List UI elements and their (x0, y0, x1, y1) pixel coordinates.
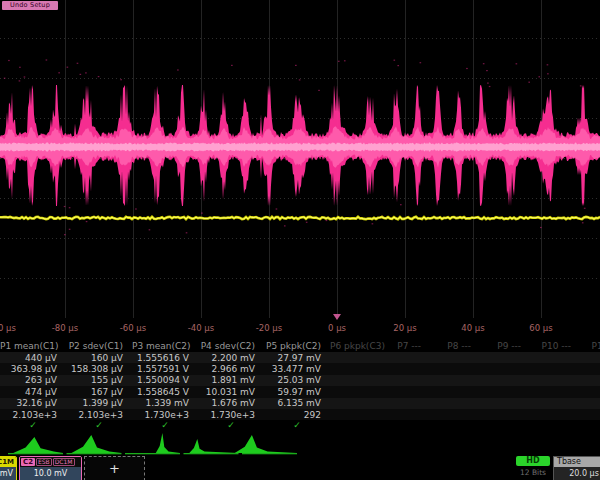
measure-cell: 160 µV (66, 353, 132, 363)
time-tick-label: 60 µs (529, 323, 552, 333)
measure-cell: 440 µV (0, 353, 66, 363)
measure-header-p4[interactable]: P4 sdev(C2) (198, 341, 264, 351)
hd-bits-label: 12 Bits (516, 468, 550, 477)
measure-cell: 32.16 µV (0, 398, 66, 408)
measure-row-max: 474 µV167 µV1.558645 V10.031 mV59.97 mV (0, 386, 600, 397)
trigger-position-marker[interactable] (333, 314, 341, 320)
time-tick-label: -40 µs (188, 323, 214, 333)
measure-cell: 1.730e+3 (132, 410, 198, 420)
measure-cell: 1.399 µV (66, 398, 132, 408)
measure-cell: 167 µV (66, 387, 132, 397)
hd-mode-indicator[interactable]: HD 12 Bits (516, 456, 550, 477)
time-tick-label: -80 µs (52, 323, 78, 333)
measure-row-mean: 363.98 µV158.308 µV1.557591 V2.966 mV33.… (0, 363, 600, 374)
measure-cell: 2.200 mV (198, 353, 264, 363)
time-tick-label: -20 µs (256, 323, 282, 333)
measure-cell: 1.676 mV (198, 398, 264, 408)
measurement-table: P1 mean(C1)P2 sdev(C1)P3 mean(C2)P4 sdev… (0, 340, 600, 430)
measure-header-p8[interactable]: P8 --- (430, 341, 480, 351)
measure-header-p1[interactable]: P1 mean(C1) (0, 341, 66, 351)
measure-header-p11[interactable]: P11 --- (580, 341, 600, 351)
status-ok-icon: ✓ (95, 420, 103, 430)
measure-cell: 1.557591 V (132, 364, 198, 374)
measure-cell: 1.339 mV (132, 398, 198, 408)
measure-header-p6[interactable]: P6 pkpk(C3) (330, 341, 380, 351)
time-tick-label: 40 µs (461, 323, 484, 333)
status-ok-icon: ✓ (293, 420, 301, 430)
channel-c1-descriptor[interactable]: C1 DC1M 20.0 mV (0, 456, 17, 480)
measure-row-sdev: 32.16 µV1.399 µV1.339 mV1.676 mV6.135 mV (0, 398, 600, 409)
time-tick-label: 0 µs (328, 323, 346, 333)
measure-cell: 59.97 mV (264, 387, 330, 397)
time-tick-label: 20 µs (393, 323, 416, 333)
channel-c2-title: C2 ESB DC1M (20, 457, 81, 467)
channel-c2-descriptor[interactable]: C2 ESB DC1M 10.0 mV (19, 456, 82, 480)
measure-header-p5[interactable]: P5 pkpk(C2) (264, 341, 330, 351)
measure-row-min: 263 µV155 µV1.550094 V1.891 mV25.03 mV (0, 375, 600, 386)
channel-c2-tag-coupling: DC1M (53, 458, 75, 466)
channel-c2-tag-esb: ESB (36, 458, 52, 466)
measure-cell: 1.558645 V (132, 387, 198, 397)
measure-cell: 474 µV (0, 387, 66, 397)
status-ok-icon: ✓ (161, 420, 169, 430)
measure-cell: 2.103e+3 (0, 410, 66, 420)
measure-cell: 292 (264, 410, 330, 420)
measure-cell: 2.103e+3 (66, 410, 132, 420)
measure-cell: 363.98 µV (0, 364, 66, 374)
channel-c2-vdiv: 10.0 mV (20, 467, 81, 480)
hd-badge: HD (516, 456, 550, 466)
timebase-descriptor[interactable]: Tbase 20.0 µs (553, 456, 600, 480)
measure-cell: 263 µV (0, 375, 66, 385)
time-axis: -100 µs-80 µs-60 µs-40 µs-20 µs0 µs20 µs… (0, 318, 600, 340)
channel-c1-title: C1 DC1M (0, 457, 16, 467)
channel-c1-vdiv: 20.0 mV (0, 467, 16, 480)
measure-cell: 1.555616 V (132, 353, 198, 363)
measure-cell: 27.97 mV (264, 353, 330, 363)
channel-c1-coupling: DC1M (0, 457, 14, 467)
descriptor-bar: C1 DC1M 20.0 mV C2 ESB DC1M 10.0 mV + HD… (0, 456, 600, 480)
histogram-strip (0, 430, 600, 456)
timebase-value: 20.0 µs (554, 467, 600, 480)
status-ok-icon: ✓ (227, 420, 235, 430)
measure-cell: 1.550094 V (132, 375, 198, 385)
oscilloscope-screen: Undo Setup -100 µs-80 µs-60 µs-40 µs-20 … (0, 0, 600, 480)
add-trace-button[interactable]: + (84, 456, 145, 480)
measure-header-p2[interactable]: P2 sdev(C1) (66, 341, 132, 351)
time-tick-label: -100 µs (0, 323, 16, 333)
time-tick-label: -60 µs (120, 323, 146, 333)
measure-header-p7[interactable]: P7 --- (380, 341, 430, 351)
measure-cell: 155 µV (66, 375, 132, 385)
timebase-label: Tbase (554, 457, 600, 467)
channel-c2-label: C2 (21, 458, 35, 466)
measure-cell: 6.135 mV (264, 398, 330, 408)
measure-cell: 1.730e+3 (198, 410, 264, 420)
measure-cell: 2.966 mV (198, 364, 264, 374)
measure-cell: 25.03 mV (264, 375, 330, 385)
waveform-traces (0, 0, 600, 318)
measure-row-num: 2.103e+32.103e+31.730e+31.730e+3292 (0, 409, 600, 420)
measurement-histicons (0, 430, 600, 456)
measure-row-value: 440 µV160 µV1.555616 V2.200 mV27.97 mV (0, 352, 600, 363)
measure-header-p10[interactable]: P10 --- (530, 341, 580, 351)
measure-cell: 10.031 mV (198, 387, 264, 397)
measure-header-p9[interactable]: P9 --- (480, 341, 530, 351)
graticule (0, 0, 600, 318)
measure-cell: 158.308 µV (66, 364, 132, 374)
measure-cell: 1.891 mV (198, 375, 264, 385)
measure-header-p3[interactable]: P3 mean(C2) (132, 341, 198, 351)
status-ok-icon: ✓ (29, 420, 37, 430)
measure-cell: 33.477 mV (264, 364, 330, 374)
